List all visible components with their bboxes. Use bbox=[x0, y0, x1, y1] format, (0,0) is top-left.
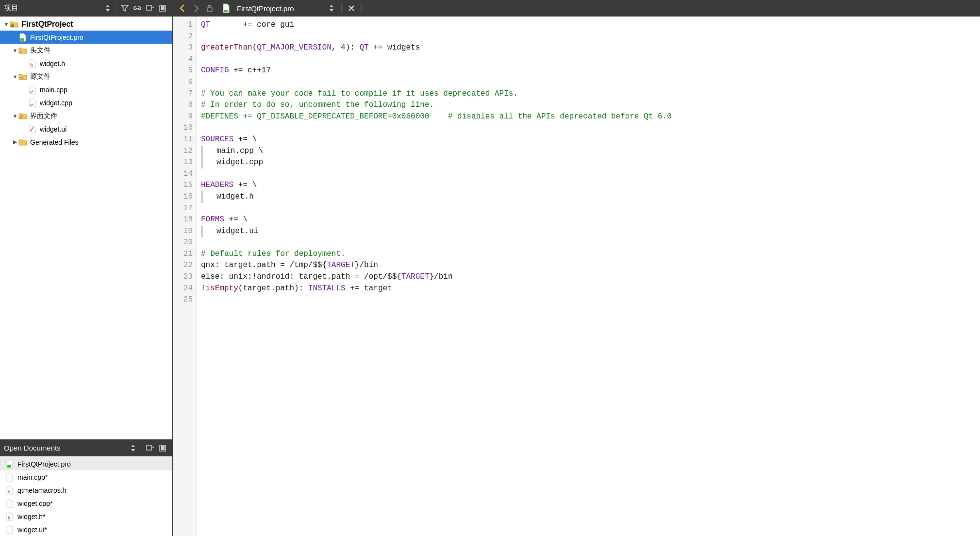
sources-folder-icon: c+ bbox=[18, 72, 27, 81]
editor-tab-file-icon bbox=[219, 1, 233, 15]
open-doc-label: main.cpp* bbox=[17, 473, 48, 481]
code-line[interactable]: widget.cpp bbox=[201, 157, 980, 168]
expand-pane-icon[interactable] bbox=[157, 442, 168, 454]
tree-generated-label: Generated Files bbox=[30, 138, 79, 146]
line-number: 14 bbox=[173, 168, 193, 180]
code-line[interactable] bbox=[201, 237, 980, 249]
code-line[interactable]: !isEmpty(target.path): INSTALLS += targe… bbox=[201, 283, 980, 295]
open-doc-item[interactable]: hwidget.h* bbox=[0, 510, 172, 523]
code-line[interactable]: qnx: target.path = /tmp/$${TARGET}/bin bbox=[201, 260, 980, 271]
nav-forward-button[interactable] bbox=[189, 1, 203, 15]
code-line[interactable]: greaterThan(QT_MAJOR_VERSION, 4): QT += … bbox=[201, 42, 980, 54]
folder-icon bbox=[18, 138, 27, 147]
editor-tab-title[interactable]: FirstQtProject.pro bbox=[237, 4, 294, 13]
open-doc-item[interactable]: main.cpp* bbox=[0, 470, 172, 484]
line-number: 16 bbox=[173, 191, 193, 203]
code-line[interactable] bbox=[201, 294, 980, 306]
code-editor[interactable]: 1234567891011121314151617181920212223242… bbox=[173, 17, 980, 536]
code-line[interactable] bbox=[201, 203, 980, 215]
line-number: 6 bbox=[173, 77, 193, 88]
open-docs-updown-icon[interactable] bbox=[127, 442, 139, 454]
editor-toolbar: FirstQtProject.pro bbox=[173, 0, 980, 17]
tree-forms-label: 界面文件 bbox=[30, 112, 57, 120]
code-line[interactable] bbox=[201, 122, 980, 134]
close-tab-button[interactable] bbox=[345, 1, 358, 15]
code-line[interactable]: SOURCES += \ bbox=[201, 134, 980, 146]
pro-file-icon bbox=[18, 33, 27, 42]
project-folder-icon bbox=[10, 20, 18, 29]
link-icon[interactable] bbox=[132, 2, 143, 14]
chevron-down-icon[interactable]: ▼ bbox=[12, 48, 18, 53]
project-tree[interactable]: ▼ FirstQtProject FirstQtProject.pro ▼ h … bbox=[0, 17, 172, 439]
tree-header-file[interactable]: h widget.h bbox=[0, 57, 172, 70]
open-doc-label: widget.ui* bbox=[17, 526, 47, 534]
tree-header-file-label: widget.h bbox=[40, 60, 65, 67]
open-doc-item[interactable]: widget.ui* bbox=[0, 523, 172, 536]
svg-text:c+: c+ bbox=[30, 103, 34, 106]
lock-icon[interactable] bbox=[203, 1, 216, 15]
open-doc-item[interactable]: hqtmetamacros.h bbox=[0, 484, 172, 497]
code-line[interactable]: # Default rules for deployment. bbox=[201, 249, 980, 260]
svg-point-3 bbox=[11, 24, 14, 27]
tree-pro-label: FirstQtProject.pro bbox=[30, 34, 83, 41]
expand-pane-icon[interactable] bbox=[157, 2, 168, 14]
svg-rect-4 bbox=[20, 38, 24, 41]
tree-root-label: FirstQtProject bbox=[21, 20, 73, 29]
tree-root-project[interactable]: ▼ FirstQtProject bbox=[0, 17, 172, 31]
file-icon bbox=[6, 473, 14, 482]
chevron-down-icon[interactable]: ▼ bbox=[12, 113, 18, 119]
continuation-indicator bbox=[201, 226, 203, 237]
svg-text:h: h bbox=[8, 516, 10, 520]
editor-tab-selector-icon[interactable] bbox=[325, 1, 338, 15]
line-number: 24 bbox=[173, 283, 193, 295]
code-line[interactable] bbox=[201, 31, 980, 43]
line-number: 23 bbox=[173, 271, 193, 283]
code-line[interactable]: widget.ui bbox=[201, 226, 980, 237]
chevron-down-icon[interactable]: ▼ bbox=[3, 21, 10, 27]
tree-forms-folder[interactable]: ▼ 界面文件 bbox=[0, 109, 172, 122]
svg-rect-17 bbox=[224, 10, 228, 12]
chevron-right-icon[interactable]: ▶ bbox=[12, 139, 18, 145]
cpp-file-icon: c+ bbox=[28, 85, 37, 94]
open-doc-item[interactable]: widget.cpp* bbox=[0, 497, 172, 510]
code-line[interactable]: CONFIG += c++17 bbox=[201, 65, 980, 77]
open-documents-title: Open Documents bbox=[4, 444, 61, 452]
open-documents-list[interactable]: FirstQtProject.promain.cpp*hqtmetamacros… bbox=[0, 456, 172, 536]
code-line[interactable]: FORMS += \ bbox=[201, 214, 980, 226]
tree-main-cpp-label: main.cpp bbox=[40, 86, 67, 94]
line-number: 22 bbox=[173, 260, 193, 271]
tree-widget-cpp[interactable]: c+ widget.cpp bbox=[0, 96, 172, 109]
code-line[interactable]: HEADERS += \ bbox=[201, 180, 980, 191]
code-line[interactable]: QT += core gui bbox=[201, 19, 980, 31]
code-line[interactable] bbox=[201, 77, 980, 88]
code-line[interactable]: widget.h bbox=[201, 191, 980, 203]
tree-pro-file[interactable]: FirstQtProject.pro bbox=[0, 31, 172, 44]
continuation-indicator bbox=[201, 157, 203, 168]
tree-main-cpp[interactable]: c+ main.cpp bbox=[0, 83, 172, 96]
chevron-down-icon[interactable]: ▼ bbox=[12, 74, 18, 80]
tree-generated-folder[interactable]: ▶ Generated Files bbox=[0, 135, 172, 149]
h-file-icon: h bbox=[28, 59, 37, 68]
add-pane-icon[interactable] bbox=[144, 2, 156, 14]
code-line[interactable]: else: unix:!android: target.path = /opt/… bbox=[201, 271, 980, 283]
project-selector-updown-icon[interactable] bbox=[102, 2, 114, 14]
nav-back-button[interactable] bbox=[176, 1, 189, 15]
tree-sources-folder[interactable]: ▼ c+ 源文件 bbox=[0, 70, 172, 83]
line-number: 20 bbox=[173, 237, 193, 249]
tree-widget-ui[interactable]: widget.ui bbox=[0, 122, 172, 135]
line-number: 15 bbox=[173, 180, 193, 191]
open-doc-item[interactable]: FirstQtProject.pro bbox=[0, 457, 172, 470]
tree-widget-cpp-label: widget.cpp bbox=[40, 99, 72, 107]
add-pane-icon[interactable] bbox=[144, 442, 156, 454]
line-number: 18 bbox=[173, 214, 193, 226]
code-content[interactable]: QT += core guigreaterThan(QT_MAJOR_VERSI… bbox=[197, 17, 980, 536]
code-line[interactable]: # In order to do so, uncomment the follo… bbox=[201, 100, 980, 111]
tree-headers-folder[interactable]: ▼ h 头文件 bbox=[0, 44, 172, 57]
code-line[interactable]: # You can make your code fail to compile… bbox=[201, 88, 980, 100]
code-line[interactable]: #DEFINES += QT_DISABLE_DEPRECATED_BEFORE… bbox=[201, 111, 980, 123]
filter-icon[interactable] bbox=[119, 2, 131, 14]
code-line[interactable] bbox=[201, 168, 980, 180]
code-line[interactable]: main.cpp \ bbox=[201, 146, 980, 157]
code-line[interactable] bbox=[201, 54, 980, 66]
project-panel-header: 项目 bbox=[0, 0, 172, 17]
